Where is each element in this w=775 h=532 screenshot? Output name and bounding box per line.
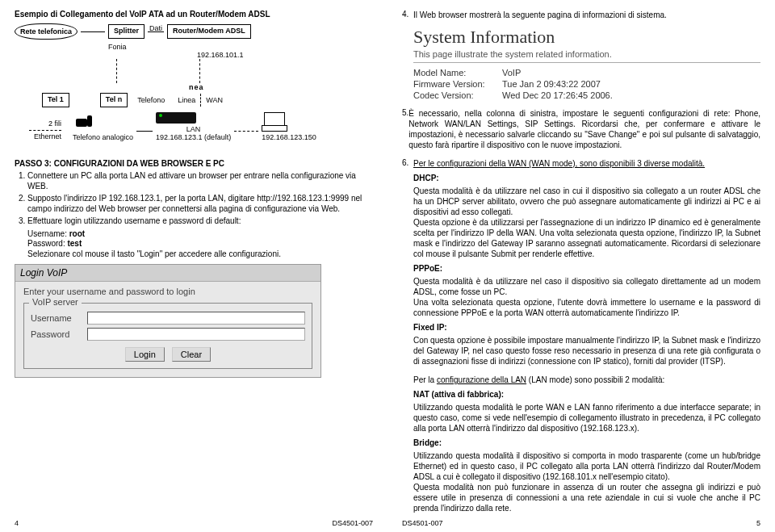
password-label: Password: bbox=[27, 239, 65, 248]
router-box: Router/Modem ADSL bbox=[167, 24, 251, 39]
username-input[interactable] bbox=[87, 312, 305, 325]
ethernet-label: Ethernet bbox=[29, 132, 61, 141]
tel-analog-label: Telefono analogico bbox=[73, 133, 133, 141]
page-number-right: 5 bbox=[756, 519, 760, 527]
dhcp-text: Questa modalità è da utilizzare nel caso… bbox=[413, 186, 760, 259]
router-ip: 192.168.101.1 bbox=[197, 51, 373, 59]
password-input[interactable] bbox=[87, 328, 305, 341]
firmware-value: Tue Jan 2 09:43:22 2007 bbox=[502, 79, 601, 89]
step3-heading: PASSO 3: CONFIGURAZIONI DA WEB BROWSER E… bbox=[15, 159, 373, 168]
password-field-label: Password bbox=[31, 329, 87, 339]
doc-code-right: DS4501-007 bbox=[402, 519, 443, 527]
page-5: 4. Il Web browser mostrerà la seguente p… bbox=[388, 0, 775, 532]
firmware-label: Firmware Version: bbox=[413, 79, 502, 89]
sysinfo-title: System Information bbox=[413, 27, 760, 48]
intro-4: Il Web browser mostrerà la seguente pagi… bbox=[413, 10, 667, 20]
username-label: Username: bbox=[27, 229, 67, 238]
codec-label: Codec Version: bbox=[413, 90, 502, 100]
login-screenshot: Login VoIP Enter your username and passw… bbox=[15, 264, 321, 378]
step-2: Supposto l'indirizzo IP 192.168.123.1, p… bbox=[27, 194, 373, 214]
sysinfo-subtitle: This page illustrate the system related … bbox=[413, 49, 760, 59]
username-value: root bbox=[69, 229, 85, 238]
teln-box: Tel n bbox=[100, 93, 128, 107]
clear-button[interactable]: Clear bbox=[172, 347, 211, 362]
dhcp-label: DHCP: bbox=[413, 174, 760, 182]
username-field-label: Username bbox=[31, 313, 87, 323]
linea-label: Linea bbox=[178, 96, 195, 104]
codec-value: Wed Dec 20 17:26:45 2006. bbox=[502, 90, 613, 100]
splitter-box: Splitter bbox=[108, 24, 145, 39]
nea-label: nea bbox=[189, 83, 373, 91]
item-6-intro: Per le configurazioni della WAN (WAN mod… bbox=[413, 159, 705, 168]
lan-label: LAN bbox=[186, 125, 201, 133]
item-5: È necessario, nella colonna di sinistra,… bbox=[408, 108, 760, 150]
step-1: Connettere un PC alla porta LAN ed attiv… bbox=[27, 171, 373, 191]
bridge-label: Bridge: bbox=[413, 438, 760, 447]
nat-label: NAT (attiva di fabbrica): bbox=[413, 390, 760, 399]
fili-label: 2 fili bbox=[29, 119, 61, 128]
login-title: Login VoIP bbox=[15, 265, 320, 282]
ata-icon bbox=[156, 112, 196, 124]
model-name-label: Model Name: bbox=[413, 68, 502, 77]
pstn-cloud: Rete telefonica bbox=[15, 23, 78, 40]
pppoe-label: PPPoE: bbox=[413, 264, 760, 273]
nat-text: Utilizzando questa modalità le porte WAN… bbox=[413, 402, 760, 434]
model-name-value: VoIP bbox=[502, 68, 521, 77]
phone-icon bbox=[73, 115, 95, 132]
doc-code-left: DS4501-007 bbox=[332, 519, 373, 527]
telefono-label: Telefono bbox=[137, 96, 165, 104]
pppoe-text: Questa modalità è da utilizzare nel caso… bbox=[413, 276, 760, 318]
page-number-left: 4 bbox=[15, 519, 19, 527]
connection-diagram: Rete telefonica Splitter Dati Router/Mod… bbox=[15, 23, 373, 153]
password-value: test bbox=[67, 239, 82, 248]
login-note: Selezionare col mouse il tasto "Login" p… bbox=[27, 249, 281, 258]
pc-icon bbox=[262, 112, 286, 132]
bridge-text: Utilizzando questa modalità il dispositi… bbox=[413, 450, 760, 513]
example-title: Esempio di Collegamento del VoIP ATA ad … bbox=[15, 10, 373, 19]
tel1-box: Tel 1 bbox=[42, 93, 69, 107]
fixed-text: Con questa opzione è possibile impostare… bbox=[413, 335, 760, 367]
login-prompt: Enter your username and password to logi… bbox=[23, 287, 312, 296]
steps-list: Connettere un PC alla porta LAN ed attiv… bbox=[27, 171, 373, 227]
step-3: Effettuare login utilizzando username e … bbox=[27, 216, 373, 227]
system-info-panel: System Information This page illustrate … bbox=[413, 27, 760, 63]
wan-label: WAN bbox=[206, 96, 223, 104]
credentials-block: Username: root Password: test Selezionar… bbox=[27, 229, 373, 260]
lan-ip: 192.168.123.1 (default) bbox=[156, 133, 231, 141]
dati-label: Dati bbox=[149, 24, 162, 32]
pc-ip: 192.168.123.150 bbox=[262, 133, 316, 141]
login-button[interactable]: Login bbox=[125, 347, 165, 362]
sysinfo-table: Model Name:VoIP Firmware Version:Tue Jan… bbox=[413, 68, 760, 100]
login-legend: VoIP server bbox=[29, 297, 82, 307]
page-4: Esempio di Collegamento del VoIP ATA ad … bbox=[0, 0, 388, 532]
fonia-label: Fonia bbox=[108, 43, 373, 51]
router-label: Router/Modem ADSL bbox=[173, 27, 245, 35]
fixed-label: Fixed IP: bbox=[413, 323, 760, 332]
